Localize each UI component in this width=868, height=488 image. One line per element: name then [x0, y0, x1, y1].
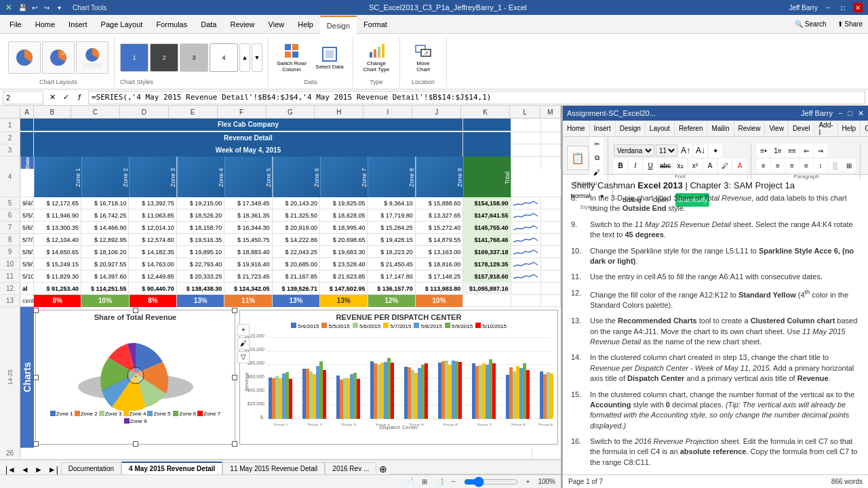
tab-review[interactable]: Review [223, 15, 261, 33]
instr-close-btn[interactable]: ✕ [858, 109, 864, 118]
cell-total-h[interactable]: $ 147,502.95 [320, 283, 368, 295]
cell-val-1-2[interactable]: $ 11,063.85 [129, 209, 176, 222]
cell-row-total-4[interactable]: $169,337.18 [463, 246, 511, 258]
cell-val-0-4[interactable]: $ 17,349.45 [224, 197, 272, 209]
justify-btn[interactable]: ≡ [800, 159, 813, 172]
cell-val-0-5[interactable]: $ 20,143.20 [273, 197, 320, 209]
cell-pct-j[interactable]: 10% [416, 295, 463, 307]
cell-val-1-6[interactable]: $ 18,628.05 [320, 209, 368, 222]
tab-home[interactable]: Home [28, 15, 62, 33]
bar-chart-container[interactable]: REVENUE PER DISPATCH CENTER 5/4/2015 5/5… [239, 310, 558, 445]
qa-more-btn[interactable]: ▾ [54, 2, 64, 13]
cell-val-4-0[interactable]: $ 14,650.65 [34, 246, 81, 258]
cell-val-4-3[interactable]: $ 19,895.10 [177, 246, 224, 258]
cell-total-k[interactable]: $1,095,897.16 [463, 283, 511, 295]
chart-brush-btn[interactable]: 🖌 [237, 338, 250, 350]
cell-val-3-4[interactable]: $ 15,450.75 [224, 234, 272, 246]
cell-date-4[interactable]: 5/8/2015 [20, 246, 34, 258]
insert-function-btn[interactable]: f [73, 92, 85, 104]
cell-a3[interactable] [20, 144, 34, 157]
cell-a1[interactable] [20, 119, 34, 131]
cell-pct-h[interactable]: 13% [320, 295, 368, 307]
cell-val-0-7[interactable]: $ 9,364.10 [368, 197, 415, 209]
word-tab-gramm[interactable]: Gramm [861, 121, 868, 136]
handle-tm[interactable] [133, 308, 138, 313]
increase-indent-btn[interactable]: ⇒ [814, 144, 827, 157]
number-btn[interactable]: 1≡ [771, 144, 785, 157]
layout-thumb-2[interactable]: 12% [42, 41, 75, 74]
tab-formulas[interactable]: Formulas [149, 15, 194, 33]
cell-val-6-8[interactable]: $ 17,148.25 [416, 270, 463, 283]
name-box[interactable] [3, 91, 43, 104]
redo-btn[interactable]: ↪ [41, 2, 52, 13]
strikethrough-btn[interactable]: abc [658, 159, 672, 172]
cell-k2[interactable] [463, 132, 511, 144]
cell-val-6-2[interactable]: $ 12,449.85 [129, 270, 176, 283]
cell-val-0-3[interactable]: $ 19,215.00 [177, 197, 224, 209]
cell-pct-c[interactable]: 10% [81, 295, 129, 307]
search-box[interactable]: 🔍 Search [789, 20, 831, 28]
cell-pct-i[interactable]: 12% [368, 295, 416, 307]
style-1[interactable]: 1 [120, 43, 149, 72]
word-tab-design[interactable]: Design [616, 121, 646, 136]
handle-br[interactable] [232, 441, 237, 447]
cell-total-d[interactable]: $ 90,440.70 [129, 283, 176, 295]
cell-val-3-7[interactable]: $ 19,428.15 [368, 234, 415, 246]
cell-val-3-2[interactable]: $ 12,574.80 [129, 234, 176, 246]
move-chart-btn[interactable]: ↗ MoveChart [406, 40, 441, 75]
header-zone1[interactable]: Zone 1 [34, 157, 81, 197]
cell-val-0-0[interactable]: $ 12,172.65 [34, 197, 81, 209]
chart-plus-btn[interactable]: + [237, 324, 250, 336]
cell-val-1-8[interactable]: $ 13,327.65 [416, 209, 463, 222]
header-zone3[interactable]: Zone 3 [129, 157, 176, 197]
cell-row-total-5[interactable]: $178,129.35 [463, 258, 511, 270]
cell-val-4-8[interactable]: $ 13,163.00 [416, 246, 463, 258]
style-2[interactable]: 2 [150, 43, 178, 72]
tab-2016rev[interactable]: 2016 Rev ... [325, 462, 376, 474]
cell-val-6-4[interactable]: $ 21,723.45 [224, 270, 272, 283]
cell-val-2-1[interactable]: $ 14,466.90 [81, 222, 129, 234]
tab-scroll-prev[interactable]: ◄ [18, 465, 32, 474]
word-tab-devel[interactable]: Devel [789, 121, 815, 136]
cell-row-total-6[interactable]: $157,918.60 [463, 270, 511, 283]
cell-val-6-0[interactable]: $ 11,829.30 [34, 270, 81, 283]
cell-date-5[interactable]: 5/9/2015 [20, 258, 34, 270]
font-size-select[interactable]: 11 [656, 144, 677, 157]
align-center-btn[interactable]: ≡ [771, 159, 785, 172]
word-tab-review[interactable]: Review [734, 121, 766, 136]
shrink-font-btn[interactable]: A↓ [694, 144, 707, 157]
word-tab-view[interactable]: View [765, 121, 789, 136]
header-zone8[interactable]: Zone 8 [368, 157, 415, 197]
zoom-in-btn[interactable]: + [526, 478, 530, 485]
style-4[interactable]: 4 [210, 43, 238, 72]
tab-scroll-right[interactable]: ►| [45, 465, 61, 474]
cell-val-3-5[interactable]: $ 14,222.86 [273, 234, 320, 246]
cell-date-3[interactable]: 5/7/2015 [20, 234, 34, 246]
cell-total-j[interactable]: $ 113,983.80 [416, 283, 463, 295]
undo-btn[interactable]: ↩ [29, 2, 40, 13]
cell-val-0-6[interactable]: $ 19,825.05 [320, 197, 368, 209]
select-data-btn[interactable]: Select Data [312, 40, 347, 75]
page-break-btn[interactable]: 📑 [435, 478, 443, 485]
cell-val-5-5[interactable]: $ 20,685.00 [273, 258, 320, 270]
font-family-select[interactable]: Verdana [614, 144, 654, 157]
minimize-btn[interactable]: − [823, 3, 833, 12]
cell-pct-d[interactable]: 8% [130, 295, 177, 307]
zoom-slider[interactable] [464, 476, 518, 487]
tab-page-layout[interactable]: Page Layout [94, 15, 150, 33]
text-effects-btn[interactable]: A [703, 159, 717, 172]
tab-help[interactable]: Help [291, 15, 320, 33]
cell-val-1-7[interactable]: $ 17,719.80 [368, 209, 415, 222]
cell-val-4-7[interactable]: $ 18,223.20 [368, 246, 415, 258]
cell-date-2[interactable]: 5/6/2015 [20, 222, 34, 234]
handle-mr[interactable] [232, 375, 237, 380]
cell-k3[interactable] [463, 144, 511, 157]
cell-val-0-2[interactable]: $ 13,392.75 [129, 197, 176, 209]
cell-a2[interactable] [20, 132, 34, 144]
cell-pct-label[interactable]: cent of total [20, 295, 34, 307]
cell-val-6-5[interactable]: $ 21,167.85 [273, 270, 320, 283]
header-zone4[interactable]: Zone 4 [177, 157, 224, 197]
cell-pct-e[interactable]: 13% [177, 295, 224, 307]
cell-val-2-5[interactable]: $ 20,919.00 [273, 222, 320, 234]
tab-add-btn[interactable]: ⊕ [376, 464, 390, 474]
